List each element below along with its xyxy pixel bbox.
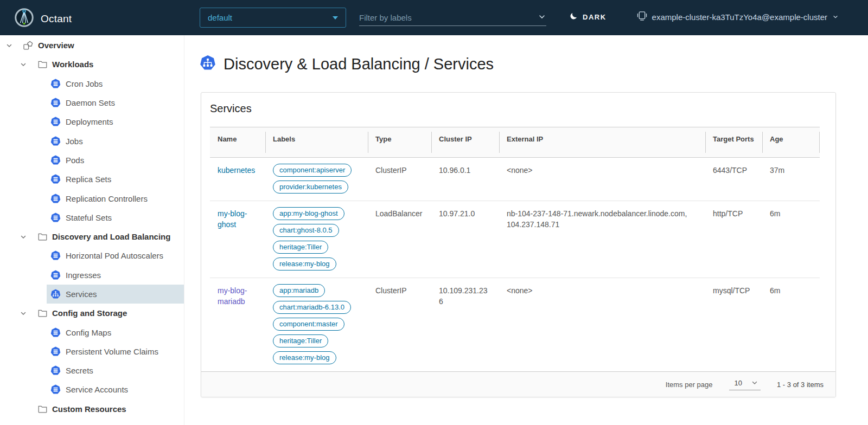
sidebar-item-persistent-volume-claims[interactable]: Persistent Volume Claims [47,342,184,361]
service-name-link[interactable]: my-blog-mariadb [218,286,247,306]
column-header-age: Age [762,127,820,158]
replica-sets-icon [50,174,61,184]
folder-icon [38,405,47,413]
target-ports-cell: 6443/TCP [705,158,762,201]
sidebar-item-label: Ingresses [66,271,101,280]
chevron-down-icon[interactable] [20,310,28,317]
sidebar-item-workloads[interactable]: Workloads [0,55,184,74]
sidebar-group-label: Discovery and Load Balancing [52,232,170,241]
sidebar-item-cron-jobs[interactable]: Cron Jobs [47,74,184,93]
pagination-range-text: 1 - 3 of 3 items [777,381,824,389]
octant-app: Octant default Filter by labels DARK [0,0,868,425]
cron-jobs-icon [50,79,61,89]
label-pill: app:my-blog-ghost [273,207,344,220]
column-header-external-ip: External IP [499,127,705,158]
sidebar-item-horizontal-pod-autoscalers[interactable]: Horizontal Pod Autoscalers [47,246,184,265]
sidebar-item-service-accounts[interactable]: Service Accounts [47,380,184,399]
service-name-link[interactable]: my-blog-ghost [218,209,247,229]
config-maps-icon [50,327,61,338]
app-title: Octant [41,13,72,25]
age-cell: 37m [762,158,820,201]
external-ip-cell: nb-104-237-148-71.newark.nodebalancer.li… [499,201,705,278]
sidebar-item-ingresses[interactable]: Ingresses [47,266,184,285]
pods-icon [50,155,61,165]
sidebar-item-replication-controllers[interactable]: Replication Controllers [47,189,184,208]
logo-area: Octant [14,8,72,30]
sidebar-item-label: Pods [66,156,84,165]
chevron-down-icon[interactable] [20,61,28,68]
cluster-context-dropdown[interactable]: example-cluster-ka3TuTzYo4a@example-clus… [637,11,839,23]
labels-cell: app:mariadbchart:mariadb-6.13.0component… [265,278,368,372]
services-icon [50,289,61,299]
theme-toggle-label: DARK [583,13,607,21]
sidebar-group-label: Custom Resources [52,404,126,414]
overview-icon [23,41,33,50]
page-title-row: Discovery & Load Balancing / Services [200,55,868,73]
horizontal-pod-autoscalers-icon [50,250,61,261]
chevron-down-icon[interactable] [538,12,546,23]
sidebar-item-label: Overview [38,41,74,50]
sidebar-item-replica-sets[interactable]: Replica Sets [47,170,184,189]
table-footer: Items per page 10 1 - 3 of 3 items [201,371,835,397]
cluster-ip-cell: 10.97.21.0 [431,201,499,278]
sidebar-item-config-maps[interactable]: Config Maps [47,323,184,342]
table-row: my-blog-mariadbapp:mariadbchart:mariadb-… [210,278,820,372]
stateful-sets-icon [50,212,61,223]
items-per-page-label: Items per page [666,381,713,389]
folder-icon [38,233,47,241]
deployments-icon [50,117,61,127]
folder-icon [38,60,47,68]
sidebar-item-deployments[interactable]: Deployments [47,112,184,131]
sidebar-item-label: Replication Controllers [66,194,148,203]
sidebar-item-label: Horizontal Pod Autoscalers [66,251,163,260]
cluster-ip-cell: 10.109.231.236 [431,278,499,372]
secrets-icon [50,365,61,376]
external-ip-cell: <none> [499,158,705,201]
name-cell: my-blog-ghost [210,201,265,278]
sidebar-group-label: Workloads [52,60,93,69]
label-pill: app:mariadb [273,284,325,297]
age-cell: 6m [762,278,820,372]
cluster-context-text: example-cluster-ka3TuTzYo4a@example-clus… [652,12,827,22]
chevron-down-icon[interactable] [5,42,14,49]
items-per-page-value: 10 [735,379,742,387]
sidebar-item-discovery-and-load-balancing[interactable]: Discovery and Load Balancing [0,227,184,246]
chevron-down-icon[interactable] [20,233,28,241]
theme-toggle-button[interactable]: DARK [570,12,607,22]
sidebar-item-label: Services [66,289,97,299]
column-header-labels: Labels [265,127,368,158]
label-filter-input[interactable]: Filter by labels [359,10,546,26]
sidebar-item-label: Stateful Sets [66,213,112,222]
sidebar-item-custom-resources[interactable]: Custom Resources [0,400,184,418]
sidebar-item-daemon-sets[interactable]: Daemon Sets [47,93,184,112]
target-ports-cell: mysql/TCP [705,278,762,372]
column-header-type: Type [368,127,431,158]
items-per-page-select[interactable]: 10 [729,379,761,390]
labels-cell: component:apiserverprovider:kubernetes [265,158,368,201]
sidebar-item-pods[interactable]: Pods [47,151,184,170]
ingresses-icon [50,270,61,280]
services-table: NameLabelsTypeCluster IPExternal IPTarge… [210,127,820,371]
sidebar-item-config-and-storage[interactable]: Config and Storage [0,304,184,323]
sidebar-item-jobs[interactable]: Jobs [47,131,184,150]
chevron-down-icon [751,379,758,387]
service-name-link[interactable]: kubernetes [218,166,255,175]
sidebar-item-services[interactable]: Services [47,285,184,304]
sidebar-item-label: Config Maps [66,328,111,337]
sidebar-item-label: Cron Jobs [66,79,103,88]
sidebar-item-overview[interactable]: Overview [0,36,184,55]
label-pill: release:my-blog [273,257,336,271]
label-pill: chart:ghost-8.0.5 [273,224,339,237]
table-row: my-blog-ghostapp:my-blog-ghostchart:ghos… [210,201,820,278]
moon-icon [570,12,578,22]
namespace-select[interactable]: default [200,8,346,28]
sidebar-item-stateful-sets[interactable]: Stateful Sets [47,208,184,227]
jobs-icon [50,136,61,146]
age-cell: 6m [762,201,820,278]
services-card: Services NameLabelsTypeCluster IPExterna… [201,92,836,397]
label-pill: heritage:Tiller [273,334,328,347]
type-cell: LoadBalancer [368,201,431,278]
label-pill: heritage:Tiller [273,241,328,254]
sidebar-item-label: Daemon Sets [66,98,115,107]
sidebar-item-secrets[interactable]: Secrets [47,361,184,380]
